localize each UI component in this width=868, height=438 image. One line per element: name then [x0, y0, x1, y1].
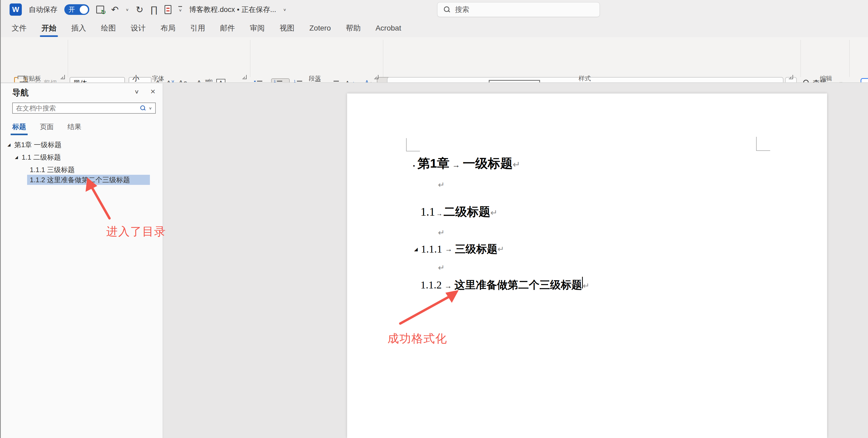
- nav-search-icon[interactable]: [140, 105, 145, 111]
- autosave-toggle[interactable]: 开: [64, 4, 89, 15]
- paragraph-mark: ↵: [513, 159, 520, 170]
- paragraph-mark: ↵: [498, 244, 504, 254]
- tab-references[interactable]: 引用: [190, 21, 206, 35]
- undo-chevron-icon[interactable]: ∨: [126, 7, 129, 12]
- tab-review[interactable]: 审阅: [249, 21, 265, 35]
- group-divider: [68, 40, 68, 77]
- nav-tab-results[interactable]: 结果: [67, 122, 81, 135]
- tab-layout[interactable]: 布局: [160, 21, 176, 35]
- nav-search-input[interactable]: [16, 104, 140, 112]
- h4-text: 这里准备做第二个三级标题: [455, 277, 582, 292]
- tree-expander-icon[interactable]: ◢: [15, 155, 18, 160]
- tab-acrobat[interactable]: Acrobat: [375, 22, 402, 35]
- clear-formatting-button[interactable]: A: [197, 79, 202, 83]
- character-border-button[interactable]: A: [216, 79, 225, 83]
- tab-insert[interactable]: 插入: [71, 21, 87, 35]
- navigation-pane: 导航 ∨ × ∨ 标题 页面 结果 ◢ 第1章 一级标题 ◢ 1.1 二级标题 …: [0, 83, 163, 438]
- tab-mark: →: [436, 210, 442, 217]
- change-case-button[interactable]: Aa ∨: [178, 79, 193, 83]
- create-adobe-pdf-icon[interactable]: [861, 78, 868, 83]
- style-title[interactable]: 标题: [718, 82, 757, 83]
- document-title: 博客教程.docx • 正在保存...: [189, 5, 276, 14]
- clipboard-group-label: 剪贴板: [16, 74, 48, 82]
- track-changes-icon[interactable]: [164, 5, 172, 14]
- asian-layout-button[interactable]: A⇄∨: [343, 78, 361, 83]
- nav-search-chevron-icon[interactable]: ∨: [149, 106, 152, 110]
- tree-item-label: 1.1.2 这里准备做第二个三级标题: [30, 175, 130, 184]
- tab-mailings[interactable]: 邮件: [219, 21, 236, 35]
- nav-tree-item-h2[interactable]: ◢ 1.1 二级标题: [15, 152, 61, 162]
- nav-tree-item-h4-selected[interactable]: 1.1.2 这里准备做第二个三级标题: [27, 175, 150, 185]
- sort-button[interactable]: AZ↓: [363, 78, 375, 83]
- tab-home[interactable]: 开始: [41, 21, 57, 35]
- editing-group-label: 编辑: [810, 74, 842, 82]
- nav-tab-pages[interactable]: 页面: [40, 122, 54, 135]
- h2-number: 1.1: [421, 205, 435, 218]
- word-window: W 自动保存 开 ↶ ∨ ↻ ∏ ∨ 博客教程.docx • 正在保存... ∨…: [0, 0, 868, 438]
- nav-tab-headings[interactable]: 标题: [12, 122, 26, 135]
- nav-tree-item-h3[interactable]: 1.1.1 三级标题: [30, 165, 75, 175]
- doc-heading1[interactable]: ▪ 第1章 → 一级标题 ↵: [413, 155, 520, 172]
- global-search-box[interactable]: [437, 2, 600, 17]
- autosave-toggle-state: 开: [68, 5, 75, 14]
- equation-icon[interactable]: ∏: [150, 5, 158, 14]
- styles-group-label: 样式: [569, 74, 601, 82]
- tab-mark: →: [444, 282, 452, 290]
- styles-dialog-launcher[interactable]: [789, 75, 793, 79]
- tab-design[interactable]: 设计: [130, 21, 146, 35]
- tree-item-label: 第1章 一级标题: [14, 140, 62, 149]
- margin-corner-mark: [406, 138, 420, 151]
- customize-toolbar-icon[interactable]: ∨: [178, 6, 182, 13]
- group-divider: [849, 40, 850, 77]
- nav-tabs: 标题 页面 结果: [12, 122, 81, 135]
- tab-zotero[interactable]: Zotero: [309, 22, 332, 35]
- redo-icon[interactable]: ↻: [136, 5, 144, 14]
- heading-collapse-icon[interactable]: ◢: [414, 246, 418, 252]
- bullet-list-button[interactable]: ∨: [252, 79, 269, 83]
- phonetic-bottom: 文: [206, 82, 212, 83]
- doc-heading2[interactable]: 1.1 → 二级标题 ↵: [421, 204, 498, 220]
- tab-file[interactable]: 文件: [11, 21, 27, 35]
- global-search-input[interactable]: [455, 6, 583, 14]
- tab-mark: →: [445, 245, 452, 254]
- title-chevron-icon[interactable]: ∨: [283, 7, 286, 12]
- nav-collapse-icon[interactable]: ∨: [134, 89, 139, 95]
- tab-view[interactable]: 视图: [279, 21, 295, 35]
- tab-mark: →: [452, 161, 460, 169]
- tab-help[interactable]: 帮助: [345, 21, 361, 35]
- doc-heading3[interactable]: ◢ 1.1.1 → 三级标题 ↵: [414, 242, 504, 256]
- paragraph-mark: ↵: [583, 281, 589, 290]
- phonetic-guide-button[interactable]: wén 文: [205, 78, 213, 83]
- clipboard-dialog-launcher[interactable]: [61, 75, 65, 79]
- word-logo-icon[interactable]: W: [9, 3, 22, 16]
- empty-paragraph-mark: ↵: [438, 180, 445, 190]
- find-icon: [803, 80, 809, 83]
- paragraph-group-label: 段落: [299, 74, 331, 82]
- doc-heading4[interactable]: 1.1.2 → 这里准备做第二个三级标题 ↵: [421, 277, 589, 292]
- annotation-nav-note: 进入了目录: [106, 224, 166, 239]
- tree-item-label: 1.1 二级标题: [22, 153, 61, 162]
- document-page[interactable]: ▪ 第1章 → 一级标题 ↵ ↵ 1.1 → 二级标题 ↵ ↵ ◢ 1.1.1 …: [347, 94, 827, 438]
- style-heading3-selected[interactable]: 1.1.1 标题 3: [489, 80, 540, 83]
- ribbon: 粘贴 ∨ ✂ 剪切 复制 格式刷 剪贴板: [0, 37, 868, 83]
- navigation-pane-title: 导航: [12, 87, 29, 98]
- document-area: ▪ 第1章 → 一级标题 ↵ ↵ 1.1 → 二级标题 ↵ ↵ ◢ 1.1.1 …: [164, 83, 868, 438]
- paragraph-dialog-launcher[interactable]: [374, 75, 378, 79]
- save-sync-icon[interactable]: [96, 6, 104, 13]
- font-name-combo[interactable]: 黑体 ∨: [70, 77, 125, 83]
- h3-text: 三级标题: [455, 242, 498, 256]
- nav-close-icon[interactable]: ×: [150, 87, 155, 96]
- h2-text: 二级标题: [443, 204, 490, 220]
- nav-search-box[interactable]: ∨: [12, 103, 156, 114]
- font-group-label: 字体: [142, 74, 174, 82]
- adobe-group: 创建并 Adob Ado: [852, 77, 868, 83]
- font-dialog-launcher[interactable]: [242, 75, 247, 79]
- undo-icon[interactable]: ↶: [111, 5, 119, 14]
- quick-access-toolbar: W 自动保存 开 ↶ ∨ ↻ ∏ ∨ 博客教程.docx • 正在保存... ∨: [9, 0, 286, 19]
- tree-expander-icon[interactable]: ◢: [7, 142, 11, 147]
- tab-draw[interactable]: 绘图: [100, 21, 116, 35]
- nav-tree-item-h1[interactable]: ◢ 第1章 一级标题: [7, 140, 61, 150]
- font-name-chevron-icon: ∨: [119, 81, 122, 83]
- autosave-label: 自动保存: [29, 5, 57, 14]
- numbered-list-button[interactable]: 123∨: [271, 78, 289, 83]
